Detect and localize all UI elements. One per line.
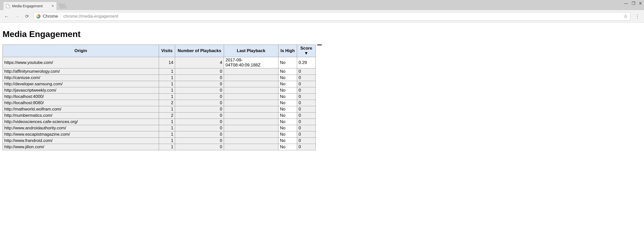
cell-visits: 1 xyxy=(159,138,175,144)
cell-visits: 2 xyxy=(159,113,175,119)
cell-origin: http://www.jilion.com/ xyxy=(3,144,159,150)
cell-last-playback xyxy=(224,125,278,131)
cell-origin: http://developer.samsung.com/ xyxy=(3,81,159,87)
cell-is-high: No xyxy=(278,68,297,75)
cell-score: 0 xyxy=(297,144,316,150)
cell-score: 0 xyxy=(297,125,316,131)
cell-visits: 1 xyxy=(159,131,175,138)
cell-origin: https://www.youtube.com/ xyxy=(3,57,159,68)
table-row: http://numbermatics.com/20No0 xyxy=(3,113,316,119)
cell-is-high: No xyxy=(278,106,297,113)
cell-last-playback xyxy=(224,75,278,81)
cell-score: 0 xyxy=(297,138,316,144)
cell-visits: 1 xyxy=(159,94,175,100)
table-row: http://mathworld.wolfram.com/10No0 xyxy=(3,106,316,113)
cell-visits: 1 xyxy=(159,144,175,150)
window-controls: ― ❐ ✕ xyxy=(624,2,642,6)
table-row: http://videosciences.cafe-sciences.org/1… xyxy=(3,119,316,125)
browser-menu-icon[interactable]: ⋮ xyxy=(634,13,641,19)
cell-origin: http://numbermatics.com/ xyxy=(3,113,159,119)
omnibox-divider xyxy=(60,14,61,19)
cell-visits: 1 xyxy=(159,125,175,131)
table-row: http://www.escapistmagazine.com/10No0 xyxy=(3,131,316,138)
cell-origin: http://caniuse.com/ xyxy=(3,75,159,81)
cell-score: 0 xyxy=(297,68,316,75)
tab-title: Media Engagement xyxy=(12,4,43,8)
table-row: http://developer.samsung.com/10No0 xyxy=(3,81,316,87)
cell-playbacks: 0 xyxy=(175,119,224,125)
side-marker xyxy=(317,45,322,45)
page-icon xyxy=(6,4,10,8)
address-bar[interactable]: Chrome chrome://media-engagement ☆ xyxy=(34,12,630,21)
cell-visits: 14 xyxy=(159,57,175,68)
table-row: http://caniuse.com/10No0 xyxy=(3,75,316,81)
reload-button[interactable]: ⟳ xyxy=(24,13,30,20)
cell-last-playback xyxy=(224,144,278,150)
tab-strip: Media Engagement × ― ❐ ✕ xyxy=(0,0,644,10)
table-header-row: Origin Visits Number of Playbacks Last P… xyxy=(3,45,316,57)
cell-visits: 1 xyxy=(159,81,175,87)
cell-last-playback xyxy=(224,131,278,138)
browser-toolbar: ← → ⟳ Chrome chrome://media-engagement ☆… xyxy=(0,10,644,23)
cell-playbacks: 0 xyxy=(175,113,224,119)
cell-is-high: No xyxy=(278,75,297,81)
cell-visits: 1 xyxy=(159,106,175,113)
col-header-is-high[interactable]: Is High xyxy=(278,45,297,57)
col-header-origin[interactable]: Origin xyxy=(3,45,159,57)
col-header-score[interactable]: Score ▼ xyxy=(297,45,316,57)
cell-is-high: No xyxy=(278,113,297,119)
cell-playbacks: 0 xyxy=(175,131,224,138)
cell-score: 0 xyxy=(297,119,316,125)
cell-last-playback xyxy=(224,68,278,75)
table-row: http://www.frandroid.com/10No0 xyxy=(3,138,316,144)
cell-playbacks: 0 xyxy=(175,144,224,150)
cell-score: 0 xyxy=(297,113,316,119)
close-window-icon[interactable]: ✕ xyxy=(639,2,642,6)
cell-playbacks: 0 xyxy=(175,138,224,144)
page-content: Media Engagement Origin Visits Number of… xyxy=(0,23,644,150)
cell-playbacks: 4 xyxy=(175,57,224,68)
cell-origin: http://localhost:8080/ xyxy=(3,100,159,106)
bookmark-star-icon[interactable]: ☆ xyxy=(624,14,628,19)
cell-origin: http://javascriptweekly.com/ xyxy=(3,87,159,94)
cell-is-high: No xyxy=(278,125,297,131)
cell-score: 0 xyxy=(297,94,316,100)
chrome-icon xyxy=(36,14,40,18)
cell-is-high: No xyxy=(278,81,297,87)
cell-origin: http://www.frandroid.com/ xyxy=(3,138,159,144)
cell-playbacks: 0 xyxy=(175,81,224,87)
table-row: http://javascriptweekly.com/10No0 xyxy=(3,87,316,94)
url-scheme-label: Chrome xyxy=(43,14,58,19)
col-header-last[interactable]: Last Playback xyxy=(224,45,278,57)
cell-playbacks: 0 xyxy=(175,106,224,113)
cell-is-high: No xyxy=(278,87,297,94)
minimize-icon[interactable]: ― xyxy=(624,2,628,6)
cell-playbacks: 0 xyxy=(175,87,224,94)
col-header-visits[interactable]: Visits xyxy=(159,45,175,57)
close-tab-icon[interactable]: × xyxy=(52,4,54,8)
cell-last-playback xyxy=(224,94,278,100)
cell-last-playback xyxy=(224,106,278,113)
page-title: Media Engagement xyxy=(3,29,641,39)
cell-visits: 2 xyxy=(159,100,175,106)
cell-playbacks: 0 xyxy=(175,68,224,75)
table-row: http://localhost:4000/10No0 xyxy=(3,94,316,100)
cell-is-high: No xyxy=(278,131,297,138)
cell-origin: http://videosciences.cafe-sciences.org/ xyxy=(3,119,159,125)
browser-tab[interactable]: Media Engagement × xyxy=(4,2,56,10)
forward-button[interactable]: → xyxy=(14,13,21,20)
new-tab-button[interactable] xyxy=(58,4,67,9)
cell-last-playback xyxy=(224,113,278,119)
maximize-icon[interactable]: ❐ xyxy=(632,2,635,6)
cell-origin: http://www.escapistmagazine.com/ xyxy=(3,131,159,138)
cell-is-high: No xyxy=(278,57,297,68)
back-button[interactable]: ← xyxy=(3,13,10,20)
cell-score: 0 xyxy=(297,106,316,113)
cell-visits: 1 xyxy=(159,119,175,125)
table-row: http://www.jilion.com/10No0 xyxy=(3,144,316,150)
cell-last-playback xyxy=(224,100,278,106)
cell-last-playback xyxy=(224,138,278,144)
cell-last-playback: 2017-09-04T08:40:09.188Z xyxy=(224,57,278,68)
col-header-playbacks[interactable]: Number of Playbacks xyxy=(175,45,224,57)
cell-origin: http://www.androidauthority.com/ xyxy=(3,125,159,131)
